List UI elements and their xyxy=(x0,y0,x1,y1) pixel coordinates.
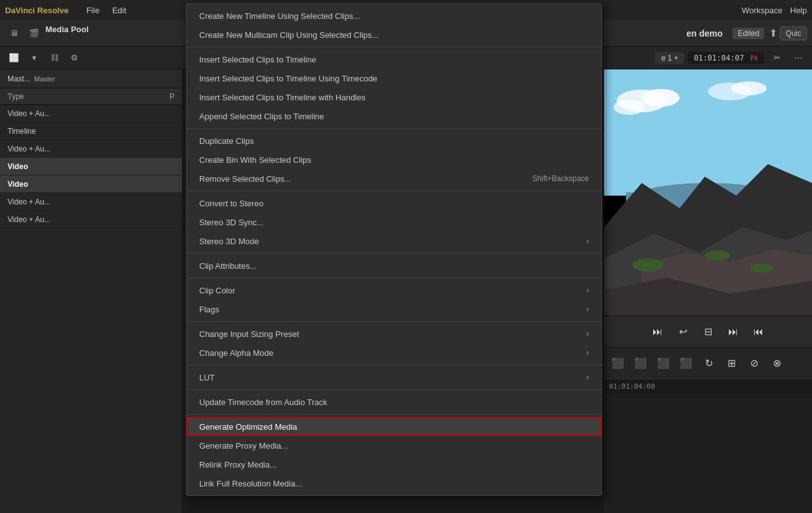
loop-button[interactable]: ↩ xyxy=(674,323,692,341)
menu-lut[interactable]: LUT › xyxy=(187,368,601,387)
razor-icon[interactable]: ✂ xyxy=(768,49,786,67)
export-area: ⬆ Quic xyxy=(769,27,807,40)
menu-create-bin[interactable]: Create Bin With Selected Clips xyxy=(187,150,601,169)
menu-insert-clips-timecode[interactable]: Insert Selected Clips to Timeline Using … xyxy=(187,69,601,88)
menu-clip-color-label: Clip Color xyxy=(199,286,581,295)
transport-icon-4[interactable]: ⬛ xyxy=(677,355,695,372)
menu-create-timeline[interactable]: Create New Timeline Using Selected Clips… xyxy=(187,6,601,25)
refresh-icon[interactable]: ↻ xyxy=(700,355,717,372)
submenu-arrow-lut: › xyxy=(586,373,589,382)
prev-frame-button[interactable]: ⏮ xyxy=(750,323,767,341)
svg-point-12 xyxy=(632,259,664,271)
menu-generate-optimized[interactable]: Generate Optimized Media xyxy=(187,417,601,436)
list-item[interactable]: Video + Au... xyxy=(0,193,182,211)
list-item[interactable]: Video xyxy=(0,175,182,193)
menu-change-input-sizing-label: Change Input Sizing Preset xyxy=(199,329,581,339)
menu-clip-color[interactable]: Clip Color › xyxy=(187,281,601,300)
menu-insert-clips[interactable]: Insert Selected Clips to Timeline xyxy=(187,50,601,69)
timecode-value: 01:01:04:07 xyxy=(694,54,744,62)
link-icon[interactable]: ⛓ xyxy=(45,49,63,67)
transport-icon-2[interactable]: ⬛ xyxy=(632,355,649,372)
menu-flags-label: Flags xyxy=(199,305,581,314)
skip-to-start-button[interactable]: ⏭ xyxy=(649,323,666,341)
menu-flags[interactable]: Flags › xyxy=(187,300,601,319)
menu-update-timecode-label: Update Timecode from Audio Track xyxy=(199,398,589,407)
menu-insert-clips-handles[interactable]: Insert Selected Clips to Timeline with H… xyxy=(187,88,601,107)
timeline-dropdown-icon[interactable]: ▾ xyxy=(675,54,678,61)
menu-relink-proxy[interactable]: Relink Proxy Media... xyxy=(187,455,601,474)
submenu-arrow-color: › xyxy=(586,286,589,295)
submenu-arrow-sizing: › xyxy=(586,329,589,338)
svg-point-14 xyxy=(750,264,773,273)
chevron-icon[interactable]: ▾ xyxy=(25,49,43,67)
separator-7 xyxy=(187,365,601,365)
menu-stereo-3d-mode-label: Stereo 3D Mode xyxy=(199,237,581,246)
menu-create-multicam[interactable]: Create New Multicam Clip Using Selected … xyxy=(187,25,601,44)
fit-button[interactable]: ⊟ xyxy=(699,323,717,341)
settings-icon[interactable]: ⚙ xyxy=(66,49,83,67)
menu-edit[interactable]: Edit xyxy=(106,6,132,15)
list-item[interactable]: Video + Au... xyxy=(0,105,182,122)
separator-8 xyxy=(187,389,601,390)
quick-export-button[interactable]: Quic xyxy=(780,27,807,40)
menu-clip-attributes[interactable]: Clip Attributes... xyxy=(187,256,601,275)
ruler-timecode: 01:01:04:00 xyxy=(609,382,655,391)
skip-to-end-button[interactable]: ⏭ xyxy=(724,323,742,341)
item-name: Video + Au... xyxy=(8,109,175,118)
menu-change-alpha-mode-label: Change Alpha Mode xyxy=(199,348,581,358)
menu-convert-stereo[interactable]: Convert to Stereo xyxy=(187,194,601,213)
menu-stereo-3d-sync[interactable]: Stereo 3D Sync... xyxy=(187,213,601,232)
top-right-section: Workspace Help xyxy=(741,6,807,15)
list-item[interactable]: Video xyxy=(0,158,182,175)
help-label[interactable]: Help xyxy=(790,6,807,15)
left-sidebar: Mast... Master Type P Video + Au... Time… xyxy=(0,69,183,513)
menu-append-clips[interactable]: Append Selected Clips to Timeline xyxy=(187,107,601,126)
separator-1 xyxy=(187,47,601,47)
preview-image xyxy=(604,69,812,315)
menu-change-alpha-mode[interactable]: Change Alpha Mode › xyxy=(187,343,601,362)
menu-create-bin-label: Create Bin With Selected Clips xyxy=(199,155,589,165)
media-list: Video + Au... Timeline Video + Au... Vid… xyxy=(0,105,182,228)
transport-icon-1[interactable]: ⬛ xyxy=(609,355,627,372)
menu-generate-proxy[interactable]: Generate Proxy Media... xyxy=(187,436,601,455)
menu-link-full-res-label: Link Full Resolution Media... xyxy=(199,479,589,488)
workspace-label[interactable]: Workspace xyxy=(741,6,782,15)
separator-2 xyxy=(187,128,601,129)
link-icon-2[interactable]: ⊘ xyxy=(745,355,763,372)
submenu-arrow-stereo: › xyxy=(586,237,589,245)
menu-remove-clips-label: Remove Selected Clips... xyxy=(199,174,532,184)
list-item[interactable]: Video + Au... xyxy=(0,211,182,228)
menu-update-timecode[interactable]: Update Timecode from Audio Track xyxy=(187,392,601,411)
project-name: en demo xyxy=(687,28,723,38)
grid-icon[interactable]: ⊞ xyxy=(722,355,740,372)
menu-remove-clips[interactable]: Remove Selected Clips... Shift+Backspace xyxy=(187,169,601,188)
more-options-icon[interactable]: ⋯ xyxy=(789,49,807,67)
timeline-name: e 1 xyxy=(661,54,672,62)
svg-point-3 xyxy=(613,100,645,115)
menu-stereo-3d-sync-label: Stereo 3D Sync... xyxy=(199,218,589,227)
timecode-display: 01:01:04:07 PX xyxy=(688,52,764,64)
transport-icon-3[interactable]: ⬛ xyxy=(654,355,672,372)
preview-area xyxy=(604,69,812,315)
list-item[interactable]: Video + Au... xyxy=(0,140,182,158)
menu-change-input-sizing[interactable]: Change Input Sizing Preset › xyxy=(187,324,601,343)
right-panel: ⏭ ↩ ⊟ ⏭ ⏮ ⬛ ⬛ ⬛ ⬛ ↻ ⊞ ⊘ ⊗ 01:01:04:00 xyxy=(604,69,812,513)
timeline-name-box[interactable]: e 1 ▾ xyxy=(655,52,684,64)
export-icon[interactable]: ⬆ xyxy=(769,27,777,39)
menu-generate-proxy-label: Generate Proxy Media... xyxy=(199,441,589,451)
menu-duplicate-clips-label: Duplicate Clips xyxy=(199,136,589,146)
menu-create-timeline-label: Create New Timeline Using Selected Clips… xyxy=(199,11,589,21)
media-pool-icon[interactable]: 🎬 xyxy=(25,25,43,42)
menu-file[interactable]: File xyxy=(80,6,106,15)
menu-stereo-3d-mode[interactable]: Stereo 3D Mode › xyxy=(187,232,601,251)
unlink-icon[interactable]: ⊗ xyxy=(768,355,786,372)
menu-duplicate-clips[interactable]: Duplicate Clips xyxy=(187,131,601,150)
monitor-icon[interactable]: 🖥 xyxy=(5,25,23,42)
separator-3 xyxy=(187,191,601,191)
list-item[interactable]: Timeline xyxy=(0,122,182,140)
menu-link-full-res[interactable]: Link Full Resolution Media... xyxy=(187,474,601,493)
view-icons: ⬜ ▾ ⛓ ⚙ xyxy=(5,49,83,67)
menu-append-clips-label: Append Selected Clips to Timeline xyxy=(199,112,589,121)
submenu-arrow-alpha: › xyxy=(586,348,589,357)
view-toggle-icon[interactable]: ⬜ xyxy=(5,49,23,67)
